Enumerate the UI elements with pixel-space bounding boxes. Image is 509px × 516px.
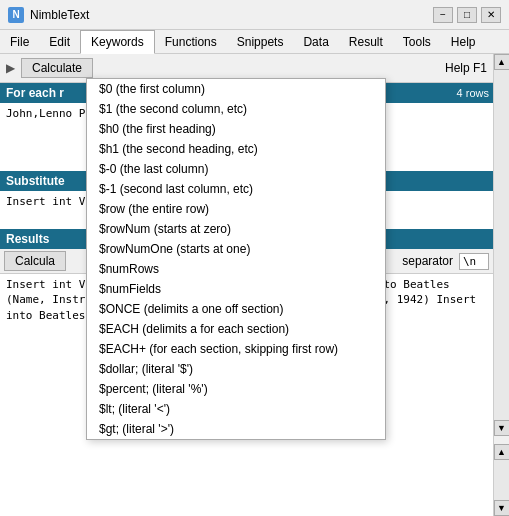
- menu-functions[interactable]: Functions: [155, 30, 227, 53]
- dropdown-item[interactable]: $0 (the first column): [87, 79, 385, 99]
- dropdown-item[interactable]: $percent; (literal '%'): [87, 379, 385, 399]
- dropdown-item[interactable]: $1 (the second column, etc): [87, 99, 385, 119]
- results-calc-button[interactable]: Calcula: [4, 251, 66, 271]
- scroll-track[interactable]: [494, 70, 509, 420]
- scroll-track2[interactable]: [494, 460, 509, 500]
- menu-result[interactable]: Result: [339, 30, 393, 53]
- app-icon: N: [8, 7, 24, 23]
- title-bar: N NimbleText − □ ✕: [0, 0, 509, 30]
- dropdown-item[interactable]: $EACH (delimits a for each section): [87, 319, 385, 339]
- menu-edit[interactable]: Edit: [39, 30, 80, 53]
- dropdown-item[interactable]: $rowNum (starts at zero): [87, 219, 385, 239]
- dropdown-item[interactable]: $rowNumOne (starts at one): [87, 239, 385, 259]
- maximize-button[interactable]: □: [457, 7, 477, 23]
- dropdown-item[interactable]: $-1 (second last column, etc): [87, 179, 385, 199]
- menu-help[interactable]: Help: [441, 30, 486, 53]
- menu-keywords[interactable]: Keywords: [80, 30, 155, 54]
- dropdown-item[interactable]: $row (the entire row): [87, 199, 385, 219]
- keywords-dropdown: $0 (the first column)$1 (the second colu…: [86, 78, 386, 440]
- dropdown-item[interactable]: $h1 (the second heading, etc): [87, 139, 385, 159]
- right-scrollbar: ▲ ▼ ▲ ▼: [493, 54, 509, 516]
- menu-tools[interactable]: Tools: [393, 30, 441, 53]
- minimize-button[interactable]: −: [433, 7, 453, 23]
- dropdown-item[interactable]: $ONCE (delimits a one off section): [87, 299, 385, 319]
- calculate-button[interactable]: Calculate: [21, 58, 93, 78]
- dropdown-item[interactable]: $dollar; (literal '$'): [87, 359, 385, 379]
- window-controls: − □ ✕: [433, 7, 501, 23]
- dropdown-item[interactable]: $-0 (the last column): [87, 159, 385, 179]
- main-area: ▶ Calculate Help F1 For each r 4 rows Jo…: [0, 54, 509, 516]
- row-count-badge: 4 rows: [457, 87, 493, 99]
- menu-data[interactable]: Data: [293, 30, 338, 53]
- dropdown-item[interactable]: $EACH+ (for each section, skipping first…: [87, 339, 385, 359]
- menu-snippets[interactable]: Snippets: [227, 30, 294, 53]
- dropdown-item[interactable]: $lt; (literal '<'): [87, 399, 385, 419]
- scroll-down2-button[interactable]: ▼: [494, 500, 510, 516]
- help-label: Help F1: [445, 61, 487, 75]
- scroll-up2-button[interactable]: ▲: [494, 444, 510, 460]
- scroll-down-button[interactable]: ▼: [494, 420, 510, 436]
- dropdown-item[interactable]: $numFields: [87, 279, 385, 299]
- play-icon: ▶: [6, 61, 15, 75]
- app-title: NimbleText: [30, 8, 433, 22]
- menu-bar: File Edit Keywords Functions Snippets Da…: [0, 30, 509, 54]
- dropdown-item[interactable]: $numRows: [87, 259, 385, 279]
- dropdown-item[interactable]: $gt; (literal '>'): [87, 419, 385, 439]
- separator-input[interactable]: [459, 253, 489, 270]
- close-button[interactable]: ✕: [481, 7, 501, 23]
- scroll-up-button[interactable]: ▲: [494, 54, 510, 70]
- separator-label: separator: [402, 254, 453, 268]
- menu-file[interactable]: File: [0, 30, 39, 53]
- dropdown-item[interactable]: $h0 (the first heading): [87, 119, 385, 139]
